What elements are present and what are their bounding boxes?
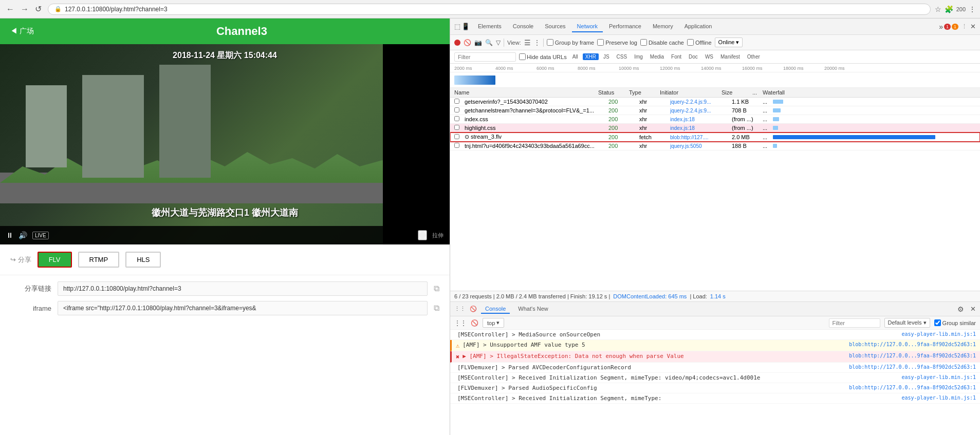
tab-application[interactable]: Application — [679, 21, 717, 32]
filter-font[interactable]: Font — [669, 53, 684, 60]
devtools-cursor-icon[interactable]: ⬚ — [454, 23, 460, 30]
tab-memory[interactable]: Memory — [648, 21, 678, 32]
disable-cache-input[interactable] — [640, 39, 647, 46]
offline-input[interactable] — [687, 39, 694, 46]
devtools-close-button[interactable]: ✕ — [970, 23, 976, 30]
devtools-settings-icon[interactable]: ⋮ — [961, 23, 967, 30]
msg-link[interactable]: easy-player-lib.min.js:1 — [902, 331, 976, 337]
preserve-log-input[interactable] — [597, 39, 604, 46]
copy-link-button[interactable]: ⧉ — [434, 284, 439, 293]
filter-media[interactable]: Media — [648, 53, 667, 60]
offline-checkbox[interactable]: Offline — [687, 39, 712, 46]
msg-link[interactable]: blob:http://127.0.0...9faa-8f902dc52d63:… — [849, 385, 976, 390]
console-clear2-icon[interactable]: 🚫 — [471, 319, 478, 327]
console-clear-icon[interactable]: 🚫 — [470, 306, 477, 312]
copy-iframe-button[interactable]: ⧉ — [434, 304, 439, 313]
list-view-icon[interactable]: ☰ — [524, 39, 531, 47]
tab-network[interactable]: Network — [572, 21, 603, 32]
back-button[interactable]: ← — [4, 4, 16, 15]
level-dropdown[interactable]: Default levels ▾ — [884, 318, 930, 328]
network-row[interactable]: getchannelstream?channel=3&protocol=FLV&… — [450, 106, 980, 115]
filter-other[interactable]: Other — [745, 53, 763, 60]
preserve-log-checkbox[interactable]: Preserve log — [597, 39, 637, 46]
hide-data-urls-checkbox[interactable]: Hide data URLs — [519, 53, 567, 60]
fullscreen-button[interactable]: ⛶ — [418, 230, 427, 240]
devtools-device-icon[interactable]: 📱 — [461, 23, 470, 30]
back-button[interactable]: ◀ 广场 — [10, 27, 34, 36]
group-by-frame-checkbox[interactable]: Group by frame — [547, 39, 594, 46]
disable-cache-checkbox[interactable]: Disable cache — [640, 39, 684, 46]
console-close-button[interactable]: ✕ — [970, 305, 976, 313]
record-button[interactable] — [454, 40, 460, 46]
tab-console[interactable]: Console — [508, 21, 539, 32]
online-dropdown[interactable]: Online ▾ — [715, 37, 743, 47]
bookmark-icon[interactable]: ☆ — [935, 5, 941, 13]
volume-button[interactable]: 🔊 — [19, 231, 27, 239]
filter-input[interactable] — [454, 52, 516, 62]
row-checkbox[interactable] — [454, 125, 463, 131]
domcontentloaded-link[interactable]: DOMContentLoaded: 645 ms — [613, 293, 687, 299]
extensions-icon[interactable]: 🧩 — [945, 5, 953, 13]
row-checkbox[interactable] — [454, 99, 463, 105]
address-bar[interactable]: 🔒 127.0.0.1:10800/play.html?channel=3 — [48, 4, 931, 15]
msg-link[interactable]: easy-player-lib.min.js:1 — [902, 395, 976, 401]
network-row[interactable]: index.css 200 xhr index.js:18 (from ...)… — [450, 115, 980, 124]
console-tab-console[interactable]: Console — [481, 305, 510, 314]
reload-button[interactable]: ↺ — [33, 3, 44, 15]
tab-elements[interactable]: Elements — [473, 21, 507, 32]
row-status: 200 — [608, 134, 639, 140]
filter-ws[interactable]: WS — [702, 53, 716, 60]
pause-button[interactable]: ⏸ — [6, 231, 13, 239]
more-icon[interactable]: ⋮ — [969, 5, 976, 13]
msg-link[interactable]: blob:http://127.0.0...9faa-8f902dc52d63:… — [849, 353, 976, 358]
network-row[interactable]: highlight.css 200 xhr index.js:18 (from … — [450, 124, 980, 133]
filter-all[interactable]: All — [570, 53, 581, 60]
clear-button[interactable]: 🚫 — [464, 39, 471, 46]
devtools-more-button[interactable]: » — [939, 23, 943, 31]
filter-css[interactable]: CSS — [614, 53, 630, 60]
tab-hls[interactable]: HLS — [125, 252, 161, 268]
tab-sources[interactable]: Sources — [540, 21, 570, 32]
msg-link[interactable]: blob:http://127.0.0...9faa-8f902dc52d63:… — [849, 342, 976, 347]
iframe-input[interactable] — [58, 301, 428, 315]
row-checkbox[interactable] — [454, 134, 463, 140]
network-row[interactable]: tnj.html?u=d406f9c4c243403c93bdaa5a561a6… — [450, 142, 980, 150]
forward-button[interactable]: → — [19, 4, 31, 15]
console-expand2-icon[interactable]: ⋮⋮ — [454, 319, 467, 327]
console-expand-icon[interactable]: ⋮⋮ — [454, 306, 466, 312]
tab-performance[interactable]: Performance — [604, 21, 646, 32]
group-by-frame-input[interactable] — [547, 39, 553, 46]
load-link[interactable]: 1.14 s — [710, 293, 726, 299]
filter-network-icon[interactable]: ▽ — [496, 39, 501, 46]
filter-manifest[interactable]: Manifest — [718, 53, 743, 60]
hide-data-urls-label: Hide data URLs — [527, 54, 567, 60]
filter-js[interactable]: JS — [601, 53, 612, 60]
group-similar-checkbox[interactable]: Group similar — [934, 319, 976, 326]
share-link-input[interactable] — [58, 281, 428, 296]
camera-icon[interactable]: 📷 — [474, 39, 482, 46]
group-similar-input[interactable] — [934, 319, 941, 326]
row-checkbox[interactable] — [454, 116, 463, 122]
network-table-header: Name Status Type Initiator Size ... Wate… — [450, 88, 980, 98]
tab-rtmp[interactable]: RTMP — [78, 252, 120, 268]
filter-img[interactable]: Img — [632, 53, 645, 60]
console-gear-icon[interactable]: ⚙ — [957, 305, 964, 313]
console-tab-whatsnew[interactable]: What's New — [514, 305, 552, 314]
view-label: View: — [507, 40, 521, 46]
filter-doc[interactable]: Doc — [686, 53, 700, 60]
row-checkbox[interactable] — [454, 143, 463, 149]
search-network-icon[interactable]: 🔍 — [485, 39, 493, 46]
row-checkbox[interactable] — [454, 107, 463, 114]
row-name: tnj.html?u=d406f9c4c243403c93bdaa5a561a6… — [465, 143, 608, 149]
top-dropdown[interactable]: top ▾ — [483, 318, 504, 328]
console-filter-input[interactable] — [829, 318, 880, 328]
drag-label[interactable]: 拉伸 — [432, 232, 443, 239]
hide-data-urls-input[interactable] — [519, 53, 526, 60]
tree-view-icon[interactable]: ⋮ — [534, 39, 540, 46]
tab-flv[interactable]: FLV — [38, 252, 72, 268]
filter-xhr[interactable]: XHR — [583, 53, 599, 60]
msg-link[interactable]: easy-player-lib.min.js:1 — [902, 374, 976, 380]
msg-link[interactable]: blob:http://127.0.0...9faa-8f902dc52d63:… — [849, 364, 976, 370]
network-row[interactable]: ⊙ stream_3.flv 200 fetch blob:http://127… — [450, 133, 980, 142]
network-row[interactable]: getserverinfo?_=1543043070402 200 xhr jq… — [450, 98, 980, 106]
